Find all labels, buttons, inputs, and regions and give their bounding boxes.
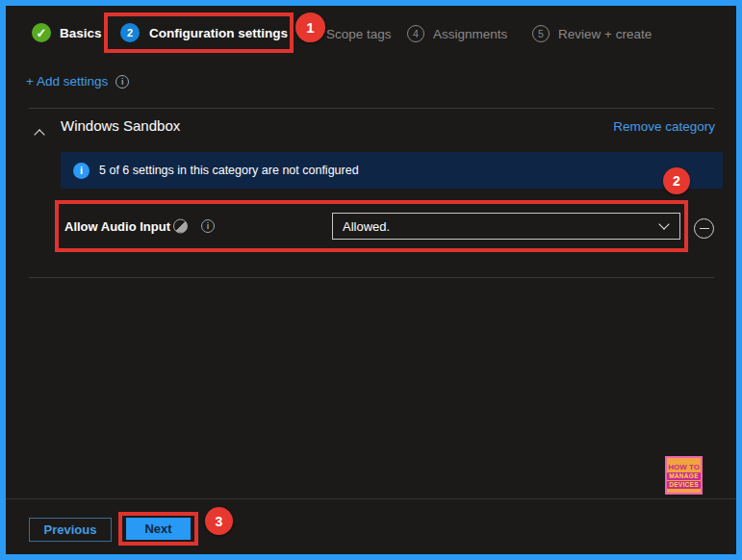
annotation-badge-3: 3 [205, 507, 233, 535]
wizard-step-assignments[interactable]: 4 Assignments [407, 25, 507, 42]
logo-line-3: DEVICES [667, 481, 701, 489]
wizard-step-configuration-settings[interactable]: 2 Configuration settings [120, 23, 288, 42]
dropdown-selected-value: Allowed. [343, 219, 390, 234]
annotation-box-3: Next [118, 512, 198, 546]
next-button[interactable]: Next [126, 518, 191, 540]
annotation-badge-2: 2 [663, 167, 690, 194]
divider [29, 277, 714, 278]
applicability-icon [173, 219, 188, 234]
remove-setting-button[interactable] [694, 218, 714, 239]
add-settings-label: + Add settings [26, 74, 108, 89]
step-5-number-icon: 5 [532, 25, 550, 42]
wizard-panel: ✓ Basics 2 Configuration settings 1 3 Sc… [0, 0, 742, 560]
info-banner: i 5 of 6 settings in this category are n… [61, 152, 723, 189]
step-2-number-icon: 2 [120, 23, 140, 42]
step-4-number-icon: 4 [407, 25, 424, 42]
category-title: Windows Sandbox [61, 117, 180, 134]
banner-message: 5 of 6 settings in this category are not… [99, 164, 359, 177]
check-icon: ✓ [32, 23, 51, 42]
info-icon[interactable]: i [201, 219, 215, 233]
htmd-logo: HOW TO MANAGE DEVICES [665, 456, 703, 495]
chevron-up-icon [34, 129, 44, 140]
wizard-step-review-create[interactable]: 5 Review + create [532, 25, 652, 42]
step-review-create-label: Review + create [558, 27, 652, 41]
minus-icon [700, 228, 709, 230]
annotation-box-1: 2 Configuration settings [104, 13, 294, 53]
footer-divider [6, 498, 736, 499]
step-scope-tags-label: Scope tags [326, 27, 392, 41]
wizard-step-basics[interactable]: ✓ Basics [32, 23, 102, 42]
info-icon[interactable]: i [115, 75, 129, 89]
info-icon: i [73, 163, 90, 179]
chevron-down-icon [658, 218, 669, 229]
previous-button[interactable]: Previous [29, 518, 112, 542]
step-basics-label: Basics [60, 26, 102, 40]
collapse-category-button[interactable] [36, 125, 43, 142]
step-assignments-label: Assignments [433, 27, 507, 41]
setting-value-dropdown[interactable]: Allowed. [332, 213, 680, 240]
annotation-box-2: Allow Audio Input i Allowed. [55, 200, 688, 252]
add-settings-link[interactable]: + Add settings i [26, 74, 129, 89]
logo-line-2: MANAGE [667, 472, 701, 480]
setting-label: Allow Audio Input [64, 219, 170, 234]
divider [29, 108, 714, 109]
remove-category-link[interactable]: Remove category [613, 119, 715, 134]
step-configuration-label: Configuration settings [149, 26, 288, 40]
annotation-badge-1: 1 [295, 13, 325, 42]
logo-line-1: HOW TO [668, 463, 700, 471]
